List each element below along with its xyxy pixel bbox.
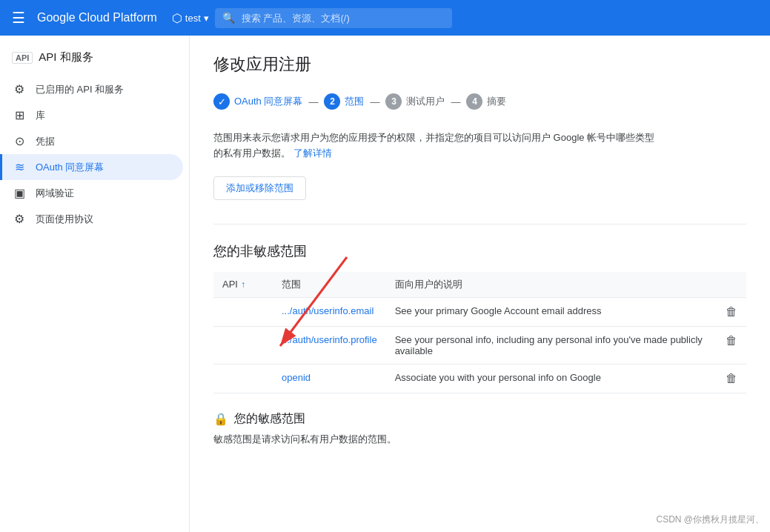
non-sensitive-title: 您的非敏感范围 — [213, 242, 746, 260]
cell-desc-0: See your primary Google Account email ad… — [386, 297, 717, 326]
table-row: .../auth/userinfo.email See your primary… — [213, 297, 746, 326]
search-icon: 🔍 — [222, 12, 235, 24]
main-content: 修改应用注册 ✓ OAuth 同意屏幕 — 2 范围 — 3 测试用户 — 4 … — [190, 36, 770, 532]
th-scope: 范围 — [273, 272, 386, 298]
sensitive-title: 🔒 您的敏感范围 — [213, 411, 746, 427]
project-name: test — [185, 13, 201, 24]
sidebar-label-oauth: OAuth 同意屏幕 — [36, 161, 104, 174]
api-badge: API — [12, 52, 33, 64]
sidebar-label-credentials: 凭据 — [36, 135, 55, 148]
domain-icon: ▣ — [12, 186, 27, 200]
table-header: API ↑ 范围 面向用户的说明 — [213, 272, 746, 298]
cell-scope-0: .../auth/userinfo.email — [273, 297, 386, 326]
scope-description: 范围用来表示您请求用户为您的应用授予的权限，并指定您的项目可以访问用户 Goog… — [213, 130, 658, 162]
step-scope-active: 2 范围 — [324, 93, 364, 110]
cell-delete-2: 🗑 — [717, 364, 746, 393]
watermark: CSDN @你携秋月揽星河、 — [656, 513, 764, 526]
cell-api-2 — [213, 364, 273, 393]
sensitive-desc: 敏感范围是请求访问私有用户数据的范围。 — [213, 433, 746, 446]
sidebar-item-page-policy[interactable]: ⚙ 页面使用协议 — [0, 206, 183, 232]
step-summary-num: 4 — [466, 93, 482, 110]
key-icon: ⊙ — [12, 134, 27, 148]
step-sep-2: — — [370, 96, 379, 107]
step-testusers-label: 测试用户 — [406, 95, 445, 108]
learn-more-link[interactable]: 了解详情 — [293, 147, 332, 159]
top-nav: ☰ Google Cloud Platform ⬡ test ▾ 🔍 — [0, 0, 770, 36]
cell-delete-0: 🗑 — [717, 297, 746, 326]
th-action — [717, 272, 746, 298]
chevron-down-icon: ▾ — [204, 13, 209, 24]
sidebar-label-page: 页面使用协议 — [36, 213, 93, 226]
th-api: API ↑ — [213, 272, 273, 298]
add-scope-button[interactable]: 添加或移除范围 — [213, 176, 306, 200]
lock-icon: 🔒 — [213, 412, 228, 426]
page-icon: ⚙ — [12, 212, 27, 226]
page-title: 修改应用注册 — [213, 53, 746, 76]
sidebar-item-oauth[interactable]: ≋ OAuth 同意屏幕 — [0, 154, 183, 180]
cell-api-0 — [213, 297, 273, 326]
step-summary-label: 摘要 — [487, 95, 506, 108]
layout: API API 和服务 ⚙ 已启用的 API 和服务 ⊞ 库 ⊙ 凭据 ≋ OA… — [0, 36, 770, 532]
sidebar-item-domain[interactable]: ▣ 网域验证 — [0, 180, 183, 206]
step-scope-num: 2 — [324, 93, 340, 110]
cell-desc-2: Associate you with your personal info on… — [386, 364, 717, 393]
table-container: API ↑ 范围 面向用户的说明 .../auth/userinfo.email… — [213, 272, 746, 393]
step-oauth-label: OAuth 同意屏幕 — [234, 95, 302, 108]
app-title: Google Cloud Platform — [37, 11, 157, 24]
scope-table-body: .../auth/userinfo.email See your primary… — [213, 297, 746, 393]
cell-api-1 — [213, 326, 273, 364]
step-oauth-done: ✓ OAuth 同意屏幕 — [213, 93, 302, 110]
cell-desc-1: See your personal info, including any pe… — [386, 326, 717, 364]
search-input[interactable] — [215, 8, 452, 28]
section-divider — [213, 224, 746, 225]
scope-link-1[interactable]: .../auth/userinfo.profile — [282, 334, 377, 345]
hamburger-menu[interactable]: ☰ — [9, 6, 28, 30]
step-sep-1: — — [308, 96, 318, 107]
sidebar: API API 和服务 ⚙ 已启用的 API 和服务 ⊞ 库 ⊙ 凭据 ≋ OA… — [0, 36, 190, 532]
step-testusers: 3 测试用户 — [385, 93, 445, 110]
sensitive-section: 🔒 您的敏感范围 敏感范围是请求访问私有用户数据的范围。 — [213, 411, 746, 446]
settings-icon: ⚙ — [12, 82, 27, 96]
step-sep-3: — — [451, 96, 460, 107]
sidebar-section-title: API 和服务 — [39, 50, 93, 64]
step-summary: 4 摘要 — [466, 93, 506, 110]
step-scope-label: 范围 — [345, 95, 364, 108]
sidebar-label-library: 库 — [36, 109, 45, 122]
table-row: .../auth/userinfo.profile See your perso… — [213, 326, 746, 364]
step-check-icon: ✓ — [213, 93, 230, 110]
scope-table: API ↑ 范围 面向用户的说明 .../auth/userinfo.email… — [213, 272, 746, 393]
steps-bar: ✓ OAuth 同意屏幕 — 2 范围 — 3 测试用户 — 4 摘要 — [213, 93, 746, 110]
sidebar-item-credentials[interactable]: ⊙ 凭据 — [0, 128, 183, 154]
scope-link-2[interactable]: openid — [282, 372, 311, 383]
sidebar-header: API API 和服务 — [0, 41, 189, 76]
cell-scope-1: .../auth/userinfo.profile — [273, 326, 386, 364]
sidebar-item-enabled[interactable]: ⚙ 已启用的 API 和服务 — [0, 76, 183, 102]
delete-icon-0[interactable]: 🗑 — [726, 305, 737, 318]
sidebar-label-domain: 网域验证 — [36, 187, 74, 200]
cell-delete-1: 🗑 — [717, 326, 746, 364]
table-row: openid Associate you with your personal … — [213, 364, 746, 393]
project-selector[interactable]: ⬡ test ▾ — [172, 11, 209, 25]
delete-icon-2[interactable]: 🗑 — [726, 372, 737, 385]
step-testusers-num: 3 — [385, 93, 402, 110]
oauth-icon: ≋ — [12, 160, 27, 174]
library-icon: ⊞ — [12, 108, 27, 122]
scope-link-0[interactable]: .../auth/userinfo.email — [282, 305, 374, 316]
th-description: 面向用户的说明 — [386, 272, 717, 298]
cell-scope-2: openid — [273, 364, 386, 393]
search-wrap: 🔍 — [215, 8, 452, 28]
delete-icon-1[interactable]: 🗑 — [726, 334, 737, 347]
project-icon: ⬡ — [172, 11, 182, 25]
sidebar-label-enabled: 已启用的 API 和服务 — [36, 83, 124, 96]
sidebar-item-library[interactable]: ⊞ 库 — [0, 102, 183, 128]
sort-arrow-icon: ↑ — [241, 279, 245, 290]
api-sort[interactable]: API ↑ — [222, 279, 264, 290]
